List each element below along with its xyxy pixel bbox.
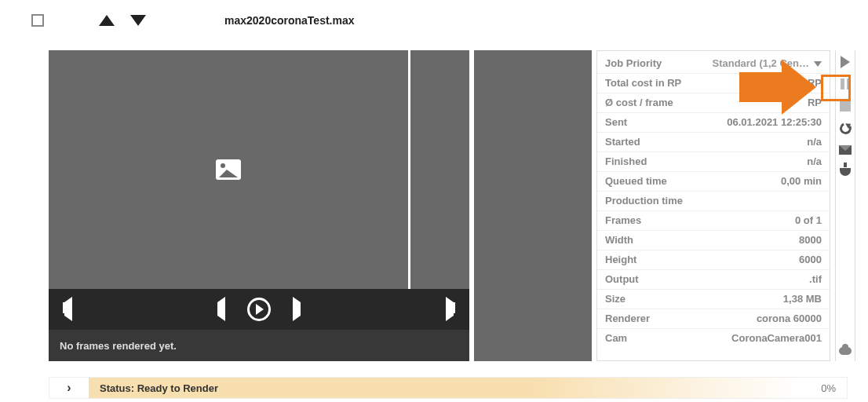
finished-label: Finished xyxy=(605,155,647,169)
frames-status-message: No frames rendered yet. xyxy=(49,330,469,361)
width-label: Width xyxy=(605,233,633,247)
download-button[interactable] xyxy=(838,165,852,179)
progress-percent: 0% xyxy=(800,382,847,394)
refresh-button[interactable] xyxy=(838,121,852,135)
started-value: n/a xyxy=(807,135,822,149)
started-label: Started xyxy=(605,135,640,149)
status-bar-body: Status: Ready to Render xyxy=(89,378,800,398)
viewer-side-strip xyxy=(408,50,469,289)
width-value: 8000 xyxy=(799,233,822,247)
height-label: Height xyxy=(605,253,636,267)
queued-label: Queued time xyxy=(605,174,667,188)
finished-value: n/a xyxy=(807,155,822,169)
next-frame-button[interactable] xyxy=(293,302,301,316)
size-value: 1,38 MB xyxy=(783,292,822,306)
move-down-button[interactable] xyxy=(130,15,146,26)
file-title: max2020coronaTest.max xyxy=(224,14,355,27)
queued-value: 0,00 min xyxy=(781,174,822,188)
sent-label: Sent xyxy=(605,115,627,130)
playback-controls xyxy=(49,289,469,330)
first-frame-button[interactable] xyxy=(63,302,72,316)
expand-status-button[interactable]: › xyxy=(49,381,89,395)
prev-frame-button[interactable] xyxy=(217,302,225,316)
sent-value: 06.01.2021 12:25:30 xyxy=(727,115,822,130)
cam-value: CoronaCamera001 xyxy=(731,331,822,345)
output-label: Output xyxy=(605,272,639,287)
move-up-button[interactable] xyxy=(99,15,115,26)
image-placeholder-icon xyxy=(216,159,241,180)
priority-label: Job Priority xyxy=(605,57,662,71)
total-cost-label: Total cost in RP xyxy=(605,76,681,90)
annotation-arrow xyxy=(739,72,782,102)
production-label: Production time xyxy=(605,194,683,208)
select-job-checkbox[interactable] xyxy=(31,14,44,27)
cam-label: Cam xyxy=(605,331,627,345)
aux-preview-panel xyxy=(474,50,592,361)
last-frame-button[interactable] xyxy=(446,302,455,316)
annotation-highlight xyxy=(821,75,851,101)
frames-label: Frames xyxy=(605,214,641,228)
renderer-value: corona 60000 xyxy=(757,312,822,326)
renderer-label: Renderer xyxy=(605,312,650,326)
cloud-upload-button[interactable] xyxy=(838,341,852,355)
play-button[interactable] xyxy=(247,298,271,321)
start-render-button[interactable] xyxy=(838,55,852,69)
frame-viewer xyxy=(49,50,469,289)
status-text: Status: Ready to Render xyxy=(100,382,218,394)
output-value: .tif xyxy=(809,272,822,287)
size-label: Size xyxy=(605,292,625,306)
frames-value: 0 of 1 xyxy=(795,214,822,228)
email-button[interactable] xyxy=(838,143,852,157)
avg-cost-label: Ø cost / frame xyxy=(605,96,673,110)
height-value: 6000 xyxy=(799,253,822,267)
